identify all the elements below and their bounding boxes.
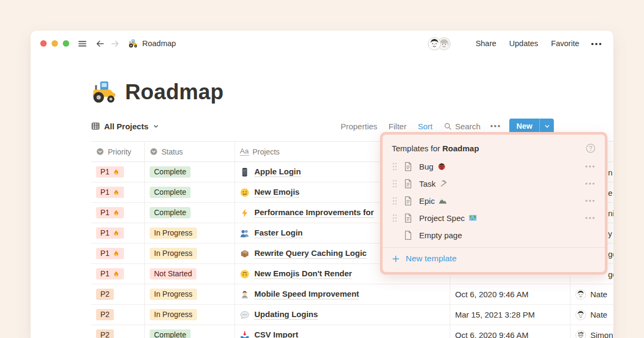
priority-cell[interactable]: P1 [91,203,145,223]
template-more-icon[interactable]: ••• [585,197,596,205]
status-tag: In Progress [150,289,197,300]
clipped-cell-text: y [608,229,612,238]
avatar[interactable] [428,37,441,50]
close-window-button[interactable] [40,40,47,47]
priority-cell[interactable]: P1 [91,264,145,284]
project-title[interactable]: Performance Improvements for [254,208,374,218]
priority-cell[interactable]: P1 [91,223,145,243]
status-tag: Complete [150,166,191,178]
date-cell[interactable]: Oct 6, 2020 9:46 AM [450,325,570,338]
help-icon[interactable] [586,143,596,153]
view-switcher[interactable]: All Projects [91,122,159,131]
drag-handle-icon[interactable] [392,214,398,223]
project-title[interactable]: Rewrite Query Caching Logic [254,248,367,259]
status-cell[interactable]: In Progress [145,305,235,325]
status-cell[interactable]: Complete [145,182,235,202]
priority-tag: P1 [96,187,124,198]
properties-button[interactable]: Properties [341,122,377,131]
column-header-priority[interactable]: Priority [91,142,145,161]
template-item-task[interactable]: Task••• [392,175,596,192]
template-item-epic[interactable]: Epic••• [392,192,596,209]
more-options-icon[interactable]: ••• [591,39,603,48]
back-arrow-icon[interactable] [94,38,105,49]
templates-popup-highlight-ring: Templates for Roadmap Bug•••Task•••Epic•… [380,132,608,275]
status-tag: Complete [150,329,191,338]
person-name: Nate [590,310,608,319]
template-more-icon[interactable]: ••• [585,163,596,171]
template-item-project-spec[interactable]: Project Spec••• [392,209,596,226]
template-item-bug[interactable]: Bug••• [392,158,596,175]
search-button[interactable]: Search [444,122,481,131]
status-tag: In Progress [150,227,197,239]
status-cell[interactable]: In Progress [145,223,235,243]
project-title[interactable]: New Emojis [254,187,299,197]
project-title[interactable]: Mobile Speed Improvement [254,289,359,299]
plus-icon [392,255,400,263]
filter-button[interactable]: Filter [389,122,406,131]
priority-tag: P2 [96,309,114,320]
status-cell[interactable]: In Progress [145,284,235,304]
project-cell[interactable]: Mobile Speed Improvement [235,284,450,304]
status-cell[interactable]: Complete [145,325,235,338]
page-title[interactable]: Roadmap [125,80,224,104]
priority-cell[interactable]: P2 [91,284,145,304]
page-icon [403,179,413,189]
traffic-lights [40,40,69,47]
breadcrumb-page-title[interactable]: Roadmap [142,39,176,48]
priority-cell[interactable]: P1 [91,182,145,202]
popup-title: Templates for Roadmap [392,144,479,153]
project-title[interactable]: New Emojis Don't Render [254,269,352,279]
priority-tag: P1 [96,227,124,239]
person-cell[interactable]: Nate [570,305,613,325]
status-tag: In Progress [150,248,197,259]
priority-cell[interactable]: P2 [91,325,145,338]
project-cell[interactable]: Updating Logins [235,305,450,325]
priority-tag: P2 [96,329,114,338]
project-title[interactable]: Faster Login [254,228,303,238]
template-label: Task [419,179,448,188]
select-property-icon [96,148,104,156]
drag-handle-icon[interactable] [392,162,398,171]
favorite-button[interactable]: Favorite [551,39,579,48]
clipped-cell-text: n Z [608,167,613,177]
person-cell[interactable]: Simon [570,325,613,338]
page-icon [403,213,413,223]
zoom-window-button[interactable] [63,40,69,47]
page-tractor-icon[interactable] [91,79,117,105]
date-cell[interactable]: Oct 6, 2020 9:46 AM [450,284,570,304]
status-cell[interactable]: In Progress [145,244,235,263]
status-cell[interactable]: Complete [145,162,235,182]
project-title[interactable]: Apple Login [254,167,301,177]
clipped-cell-text: e [608,188,612,197]
priority-cell[interactable]: P1 [91,162,145,182]
status-cell[interactable]: Not Started [145,264,235,284]
search-label: Search [455,122,481,131]
template-more-icon[interactable]: ••• [585,214,596,222]
template-item-empty-page[interactable]: Empty page [392,226,596,244]
project-cell[interactable]: CSV Import [235,325,450,338]
new-template-button[interactable]: New template [392,248,596,263]
date-cell[interactable]: Mar 15, 2021 3:28 PM [450,305,570,325]
priority-cell[interactable]: P2 [91,305,145,325]
column-header-status[interactable]: Status [145,142,235,161]
forward-arrow-icon[interactable] [109,38,120,49]
upside-down-icon [240,269,250,279]
drag-handle-icon[interactable] [392,179,398,188]
sort-button[interactable]: Sort [418,122,433,131]
table-view-icon [91,122,100,130]
column-label: Status [162,148,183,156]
project-title[interactable]: Updating Logins [254,310,318,320]
priority-cell[interactable]: P1 [91,244,145,263]
window-topbar: Roadmap Share Updates Favorite ••• [31,31,613,56]
person-cell[interactable]: Nate [570,284,613,304]
updates-button[interactable]: Updates [509,39,538,48]
sidebar-menu-icon[interactable] [77,38,87,49]
drag-handle-icon[interactable] [392,196,398,205]
minimize-window-button[interactable] [52,40,58,47]
toolbar-more-icon[interactable]: ••• [490,122,501,130]
smile-icon [240,188,250,197]
project-title[interactable]: CSV Import [254,330,298,338]
share-button[interactable]: Share [475,39,496,48]
template-more-icon[interactable]: ••• [585,180,596,188]
status-cell[interactable]: Complete [145,203,235,223]
